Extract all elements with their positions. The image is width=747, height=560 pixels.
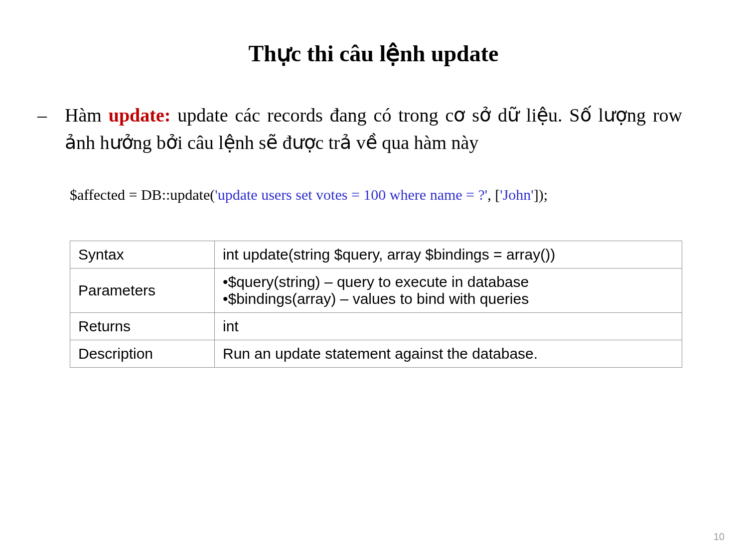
cell-label-parameters: Parameters	[70, 269, 215, 313]
code-part5: ]);	[534, 186, 548, 203]
table-row: Description Run an update statement agai…	[70, 340, 682, 368]
slide: Thực thi câu lệnh update – Hàm update: u…	[0, 0, 747, 560]
cell-value-description: Run an update statement against the data…	[215, 340, 682, 368]
cell-value-returns: int	[215, 313, 682, 340]
code-part1: $affected = DB::update(	[70, 186, 215, 203]
table-row: Returns int	[70, 313, 682, 340]
table-row: Syntax int update(string $query, array $…	[70, 241, 682, 269]
cell-label-description: Description	[70, 340, 215, 368]
page-number: 10	[714, 531, 725, 543]
cell-value-syntax: int update(string $query, array $binding…	[215, 241, 682, 269]
body-prefix: Hàm	[65, 105, 109, 126]
cell-value-parameters: •$query(string) – query to execute in da…	[215, 269, 682, 313]
table-row: Parameters •$query(string) – query to ex…	[70, 269, 682, 313]
code-sql-string: 'update users set votes = 100 where name…	[215, 186, 487, 203]
bullet-dash: –	[37, 102, 47, 129]
param-line-1: •$query(string) – query to execute in da…	[223, 274, 674, 290]
update-keyword: update:	[109, 105, 171, 126]
code-binding-string: 'John'	[500, 186, 534, 203]
body-paragraph: – Hàm update: update các records đang có…	[65, 102, 682, 156]
code-example: $affected = DB::update('update users set…	[70, 186, 682, 203]
cell-label-returns: Returns	[70, 313, 215, 340]
param-line-2: •$bindings(array) – values to bind with …	[223, 290, 674, 307]
code-part3: , [	[487, 186, 500, 203]
cell-label-syntax: Syntax	[70, 241, 215, 269]
slide-title: Thực thi câu lệnh update	[0, 40, 747, 67]
reference-table: Syntax int update(string $query, array $…	[70, 241, 682, 368]
